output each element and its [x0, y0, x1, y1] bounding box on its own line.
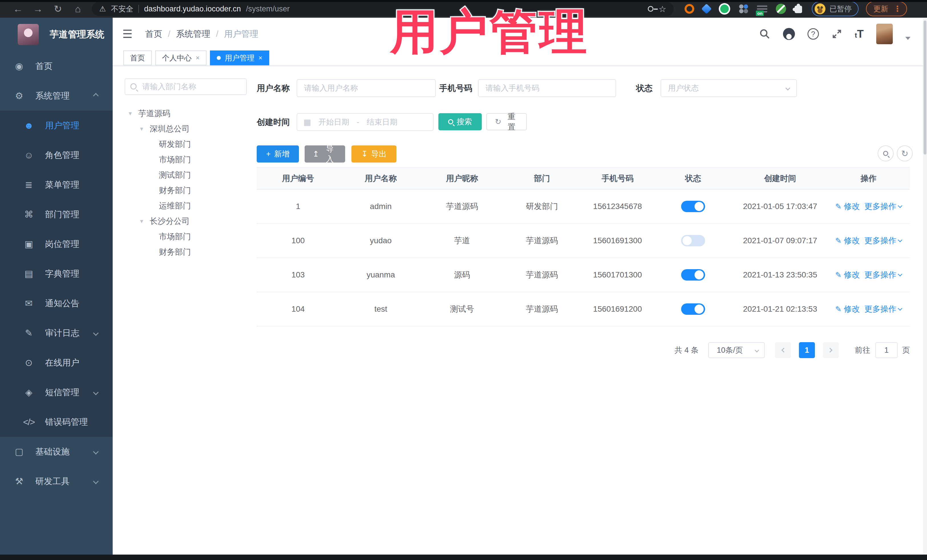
extension-green-circle-icon[interactable] [719, 3, 730, 15]
column-header: 用户编号 [257, 168, 339, 189]
close-icon[interactable]: × [258, 54, 263, 62]
fullscreen-icon[interactable] [831, 29, 842, 39]
username-input[interactable] [296, 79, 436, 97]
caret-down-icon[interactable]: ▾ [129, 110, 138, 117]
extension-leaf-icon[interactable] [776, 4, 786, 14]
profile-paused-chip[interactable]: 已暂停 [812, 2, 859, 16]
extension-orange-icon[interactable] [685, 4, 694, 14]
current-page-button[interactable]: 1 [799, 342, 815, 358]
more-actions-link[interactable]: 更多操作 [864, 235, 902, 246]
status-toggle[interactable] [681, 201, 705, 212]
tree-node[interactable]: 运维部门 [125, 198, 247, 214]
edit-link[interactable]: ✎修改 [836, 201, 860, 212]
extension-grid-icon[interactable] [739, 4, 748, 14]
bookmark-star-icon[interactable]: ☆ [659, 4, 666, 14]
sidebar-item-notice[interactable]: ✉ 通知公告 [0, 288, 112, 318]
status-toggle[interactable] [681, 235, 705, 246]
sidebar-item-posts[interactable]: ▣ 岗位管理 [0, 229, 112, 259]
more-actions-link[interactable]: 更多操作 [864, 304, 902, 314]
mobile-input[interactable] [478, 79, 616, 97]
github-icon[interactable] [783, 28, 795, 40]
status-select[interactable]: 用户状态 [661, 79, 797, 97]
sidebar-item-dict[interactable]: ▤ 字典管理 [0, 259, 112, 288]
sidebar-item-menus[interactable]: ≣ 菜单管理 [0, 170, 112, 200]
search-icon [883, 151, 888, 156]
toggle-search-button[interactable] [878, 146, 894, 161]
tree-node[interactable]: 测试部门 [125, 167, 247, 183]
search-icon[interactable] [759, 28, 770, 39]
refresh-table-button[interactable]: ↻ [897, 146, 913, 161]
sidebar-item-infrastructure[interactable]: ▢ 基础设施 [0, 437, 112, 466]
next-page-button[interactable] [823, 342, 839, 358]
font-size-icon[interactable]: tT [855, 28, 864, 40]
browser-reload-icon[interactable]: ↻ [48, 3, 68, 15]
sidebar-item-label: 错误码管理 [45, 416, 88, 428]
tree-node[interactable]: ▾芋道源码 [125, 106, 247, 121]
edit-link[interactable]: ✎修改 [836, 235, 860, 246]
password-key-icon[interactable] [648, 6, 653, 12]
sidebar-item-roles[interactable]: ☺ 角色管理 [0, 140, 112, 170]
sidebar-item-sms[interactable]: ◈ 短信管理 [0, 378, 112, 407]
plus-icon: + [266, 150, 271, 159]
browser-forward-icon[interactable]: → [28, 3, 48, 15]
scrollbar-thumb[interactable] [924, 21, 926, 155]
browser-menu-icon[interactable]: ⋮ [894, 7, 901, 11]
avatar[interactable] [876, 24, 893, 44]
tab-home[interactable]: 首页 [123, 50, 152, 65]
date-range-picker[interactable]: ▦ 开始日期 - 结束日期 [296, 113, 433, 131]
breadcrumb-system[interactable]: 系统管理 [176, 28, 210, 40]
export-button[interactable]: ↧ 导出 [351, 146, 397, 162]
more-actions-link[interactable]: 更多操作 [864, 201, 902, 212]
edit-link[interactable]: ✎修改 [836, 269, 860, 280]
sidebar-item-dev-tools[interactable]: ⚒ 研发工具 [0, 466, 112, 496]
caret-down-icon[interactable]: ▾ [140, 125, 150, 133]
breadcrumb-home[interactable]: 首页 [145, 28, 162, 40]
tree-node[interactable]: 市场部门 [125, 229, 247, 244]
tab-profile[interactable]: 个人中心 × [155, 50, 207, 65]
prev-page-button[interactable] [775, 342, 791, 358]
browser-back-icon[interactable]: ← [8, 3, 28, 15]
extensions-puzzle-icon[interactable] [795, 6, 802, 13]
add-button[interactable]: + 新增 [257, 146, 299, 162]
sidebar-item-system[interactable]: ⚙ 系统管理 [0, 81, 112, 111]
tab-user-management[interactable]: 用户管理 × [210, 50, 269, 65]
browser-home-icon[interactable]: ⌂ [68, 3, 88, 15]
extension-gem-icon[interactable] [701, 4, 712, 14]
tree-node[interactable]: ▾长沙分公司 [125, 214, 247, 229]
import-button[interactable]: ↥ 导入 [305, 146, 345, 162]
goto-page-input[interactable] [875, 342, 898, 358]
search-button[interactable]: 搜索 [438, 113, 482, 130]
tree-node-label: 市场部门 [159, 154, 191, 165]
tree-node-label: 运维部门 [159, 200, 191, 211]
sidebar-item-audit-log[interactable]: ✎ 审计日志 [0, 318, 112, 348]
sidebar-item-error-codes[interactable]: </> 错误码管理 [0, 407, 112, 437]
page-size-select[interactable]: 10条/页 [708, 342, 765, 358]
sidebar-item-online-users[interactable]: ⊙ 在线用户 [0, 348, 112, 378]
tree-node[interactable]: 财务部门 [125, 183, 247, 198]
sidebar-item-home[interactable]: ◉ 首页 [0, 51, 112, 81]
sidebar-item-departments[interactable]: ⌘ 部门管理 [0, 200, 112, 229]
sidebar-logo[interactable]: 芋道管理系统 [0, 18, 112, 51]
more-actions-link[interactable]: 更多操作 [864, 269, 902, 280]
caret-down-icon[interactable]: ▾ [140, 217, 150, 225]
collapse-sidebar-icon[interactable]: ☰ [122, 27, 133, 41]
reset-button[interactable]: ↻ 重置 [486, 113, 527, 130]
status-toggle[interactable] [681, 269, 705, 281]
paused-label: 已暂停 [830, 4, 852, 14]
help-icon[interactable]: ? [807, 28, 819, 39]
sidebar-item-users[interactable]: ☻ 用户管理 [0, 111, 112, 140]
tree-node[interactable]: 财务部门 [125, 244, 247, 260]
tree-node[interactable]: 研发部门 [125, 137, 247, 152]
avatar-caret-icon[interactable] [905, 37, 910, 40]
pencil-icon: ✎ [836, 202, 842, 211]
tree-node[interactable]: 市场部门 [125, 152, 247, 167]
extension-list-icon[interactable]: on [757, 5, 767, 13]
browser-update-button[interactable]: 更新 ⋮ [866, 2, 907, 16]
edit-link[interactable]: ✎修改 [836, 304, 860, 314]
close-icon[interactable]: × [196, 54, 200, 62]
page-scrollbar[interactable] [923, 18, 927, 555]
department-search-input[interactable] [125, 78, 247, 95]
status-toggle[interactable] [681, 304, 705, 315]
column-header: 创建时间 [733, 168, 827, 189]
tree-node[interactable]: ▾深圳总公司 [125, 121, 247, 137]
